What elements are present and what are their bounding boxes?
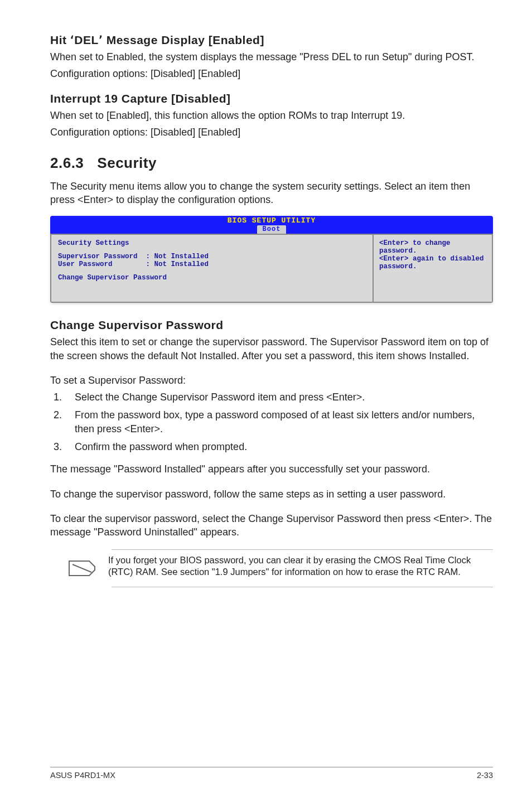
paragraph: Configuration options: [Disabled] [Enabl…	[50, 67, 493, 80]
bios-tab-boot: Boot	[257, 225, 287, 234]
paragraph: The message "Password Installed" appears…	[50, 462, 493, 476]
step-text: Select the Change Supervisor Password it…	[75, 390, 493, 404]
step-text: Confirm the password when prompted.	[75, 440, 493, 453]
bios-row-change: Change Supervisor Password	[58, 274, 366, 282]
pencil-note-icon	[67, 554, 98, 582]
bios-section-title: Security Settings	[58, 239, 366, 247]
section-number: 2.6.3	[50, 154, 84, 172]
note-text: If you forget your BIOS password, you ca…	[108, 554, 493, 578]
bios-value: : Not Installed	[146, 253, 209, 260]
paragraph: To change the supervisor password, follo…	[50, 487, 493, 501]
bios-row-user: User Password : Not Installed	[58, 260, 366, 268]
page-footer: ASUS P4RD1-MX 2-33	[50, 767, 493, 780]
list-item: 1.Select the Change Supervisor Password …	[54, 390, 493, 404]
bios-right-panel: <Enter> to change password. <Enter> agai…	[373, 234, 493, 303]
footer-product: ASUS P4RD1-MX	[50, 771, 115, 780]
bios-help-text: <Enter> to change password.	[379, 239, 486, 255]
step-number: 1.	[54, 390, 75, 404]
heading-security: 2.6.3Security	[50, 154, 493, 172]
note-block: If you forget your BIOS password, you ca…	[50, 554, 493, 582]
paragraph: Select this item to set or change the su…	[50, 335, 493, 363]
step-number: 2.	[54, 408, 75, 436]
steps-list: 1.Select the Change Supervisor Password …	[54, 390, 493, 453]
heading-hit-del: Hit ʻDELʼ Message Display [Enabled]	[50, 33, 493, 47]
bios-value: : Not Installed	[146, 260, 209, 268]
heading-change-supervisor: Change Supervisor Password	[50, 318, 493, 332]
bios-setup-screenshot: BIOS SETUP UTILITY Boot Security Setting…	[50, 216, 493, 303]
heading-interrupt-19: Interrupt 19 Capture [Disabled]	[50, 92, 493, 105]
paragraph: To clear the supervisor password, select…	[50, 512, 493, 539]
step-number: 3.	[54, 440, 75, 453]
paragraph: The Security menu items allow you to cha…	[50, 180, 493, 207]
section-title: Security	[97, 154, 157, 171]
bios-help-text: <Enter> again to disabled password.	[379, 255, 486, 270]
footer-page-number: 2-33	[477, 771, 493, 780]
list-item: 2.From the password box, type a password…	[54, 408, 493, 436]
step-text: From the password box, type a password c…	[75, 408, 493, 436]
paragraph: Configuration options: [Disabled] [Enabl…	[50, 125, 493, 139]
bios-label: User Password	[58, 260, 113, 268]
bios-row-supervisor: Supervisor Password : Not Installed	[58, 253, 366, 260]
bios-left-panel: Security Settings Supervisor Password : …	[50, 234, 373, 303]
paragraph: When set to [Enabled], this function all…	[50, 109, 493, 122]
divider	[112, 587, 493, 587]
paragraph: To set a Supervisor Password:	[50, 374, 493, 387]
list-item: 3.Confirm the password when prompted.	[54, 440, 493, 453]
paragraph: When set to Enabled, the system displays…	[50, 50, 493, 64]
bios-label: Supervisor Password	[58, 253, 138, 260]
bios-header: BIOS SETUP UTILITY Boot	[50, 216, 493, 234]
divider	[112, 549, 493, 550]
bios-title: BIOS SETUP UTILITY	[50, 217, 493, 225]
